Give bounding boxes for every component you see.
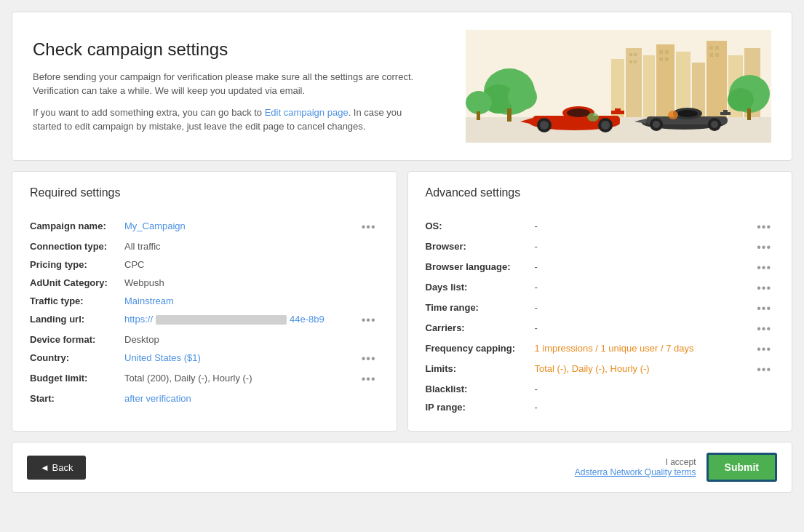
dots-days-list[interactable]: ••• xyxy=(754,282,774,295)
advanced-settings-title: Advanced settings xyxy=(426,186,775,205)
value-os: - xyxy=(535,221,749,231)
svg-rect-28 xyxy=(477,111,480,120)
header-description: Before sending your campaign for verific… xyxy=(33,70,426,98)
value-browser: - xyxy=(535,241,749,252)
svg-rect-11 xyxy=(634,53,637,56)
svg-rect-5 xyxy=(676,52,690,117)
svg-point-35 xyxy=(567,108,590,117)
value-budget-limit: Total (200), Daily (-), Hourly (-) xyxy=(124,373,353,384)
svg-rect-31 xyxy=(747,108,751,120)
label-browser-language: Browser language: xyxy=(426,261,535,272)
setting-frequency-capping: Frequency capping: 1 impressions / 1 uni… xyxy=(426,339,775,360)
svg-rect-20 xyxy=(709,53,713,57)
value-device-format: Desktop xyxy=(124,334,379,345)
value-limits: Total (-), Daily (-), Hourly (-) xyxy=(535,363,749,374)
setting-limits: Limits: Total (-), Daily (-), Hourly (-)… xyxy=(426,360,775,380)
value-time-range: - xyxy=(535,302,749,313)
footer-right: I accept Adsterra Network Quality terms … xyxy=(575,453,777,482)
label-campaign-name: Campaign name: xyxy=(30,221,124,231)
dots-browser-language[interactable]: ••• xyxy=(754,261,774,274)
dots-time-range[interactable]: ••• xyxy=(754,302,774,315)
svg-rect-19 xyxy=(715,46,719,49)
value-connection-type: All traffic xyxy=(124,241,379,252)
value-traffic-type: Mainstream xyxy=(124,295,379,306)
label-ip-range: IP range: xyxy=(426,402,535,413)
value-start: after verification xyxy=(124,393,379,404)
label-start: Start: xyxy=(30,393,124,404)
edit-campaign-link[interactable]: Edit campaign page xyxy=(265,107,349,118)
setting-browser: Browser: - ••• xyxy=(426,237,775,258)
label-traffic-type: Traffic type: xyxy=(30,295,124,306)
svg-rect-3 xyxy=(643,55,655,117)
dots-browser[interactable]: ••• xyxy=(754,241,774,254)
required-settings-title: Required settings xyxy=(30,186,379,205)
svg-rect-16 xyxy=(659,57,663,61)
setting-pricing-type: Pricing type: CPC xyxy=(30,255,379,274)
quality-terms-link[interactable]: Adsterra Network Quality terms xyxy=(575,467,696,477)
setting-time-range: Time range: - ••• xyxy=(426,298,775,319)
label-device-format: Device format: xyxy=(30,334,124,345)
settings-row: Required settings Campaign name: My_Camp… xyxy=(12,171,792,432)
setting-device-format: Device format: Desktop xyxy=(30,330,379,349)
dots-country[interactable]: ••• xyxy=(359,352,379,365)
svg-point-40 xyxy=(540,121,549,130)
setting-connection-type: Connection type: All traffic xyxy=(30,237,379,255)
back-button[interactable]: ◄ Back xyxy=(27,456,86,480)
setting-budget-limit: Budget limit: Total (200), Daily (-), Ho… xyxy=(30,369,379,389)
svg-point-42 xyxy=(601,121,610,130)
svg-point-30 xyxy=(728,88,754,111)
value-adunit-category: Webpush xyxy=(124,277,379,288)
svg-rect-21 xyxy=(715,53,719,57)
label-carriers: Carriers: xyxy=(426,322,535,333)
svg-rect-14 xyxy=(659,50,663,54)
submit-button[interactable]: Submit xyxy=(707,453,777,482)
svg-rect-50 xyxy=(720,112,731,115)
header-illustration xyxy=(466,30,771,143)
svg-point-43 xyxy=(587,113,599,122)
dots-carriers[interactable]: ••• xyxy=(754,322,774,336)
setting-os: OS: - ••• xyxy=(426,217,775,237)
illustration-svg xyxy=(466,30,771,143)
svg-rect-38 xyxy=(611,111,624,114)
svg-rect-10 xyxy=(629,53,632,56)
label-days-list: Days list: xyxy=(426,282,535,293)
dots-budget-limit[interactable]: ••• xyxy=(359,373,379,386)
footer-bar: ◄ Back I accept Adsterra Network Quality… xyxy=(12,442,792,493)
svg-point-54 xyxy=(711,121,718,128)
label-frequency-capping: Frequency capping: xyxy=(426,343,535,354)
setting-country: Country: United States ($1) ••• xyxy=(30,349,379,369)
label-adunit-category: AdUnit Category: xyxy=(30,277,124,288)
setting-campaign-name: Campaign name: My_Campaign ••• xyxy=(30,217,379,237)
setting-landing-url: Landing url: https://44e-8b9 ••• xyxy=(30,310,379,330)
dots-os[interactable]: ••• xyxy=(754,221,774,234)
value-browser-language: - xyxy=(535,261,749,272)
svg-rect-2 xyxy=(626,48,642,117)
label-blacklist: Blacklist: xyxy=(426,384,535,394)
page-title: Check campaign settings xyxy=(33,39,426,60)
advanced-settings-card: Advanced settings OS: - ••• Browser: - •… xyxy=(407,171,793,432)
dots-limits[interactable]: ••• xyxy=(754,363,774,376)
svg-rect-26 xyxy=(507,108,512,122)
setting-traffic-type: Traffic type: Mainstream xyxy=(30,292,379,310)
setting-start: Start: after verification xyxy=(30,389,379,408)
dots-frequency-capping[interactable]: ••• xyxy=(754,343,774,356)
accept-text: I accept Adsterra Network Quality terms xyxy=(575,457,696,477)
dots-campaign-name[interactable]: ••• xyxy=(359,221,379,234)
svg-rect-12 xyxy=(629,60,632,63)
svg-point-47 xyxy=(677,110,698,117)
svg-rect-18 xyxy=(709,46,713,49)
dots-landing-url[interactable]: ••• xyxy=(359,314,379,327)
url-hidden-part xyxy=(156,315,287,325)
svg-rect-37 xyxy=(615,108,621,111)
value-country: United States ($1) xyxy=(124,352,353,363)
svg-rect-7 xyxy=(707,41,727,117)
value-pricing-type: CPC xyxy=(124,259,379,270)
label-connection-type: Connection type: xyxy=(30,241,124,252)
svg-rect-49 xyxy=(723,110,728,112)
setting-ip-range: IP range: - xyxy=(426,398,775,416)
value-carriers: - xyxy=(535,322,749,333)
svg-rect-17 xyxy=(665,57,669,61)
svg-point-55 xyxy=(668,111,678,119)
label-pricing-type: Pricing type: xyxy=(30,259,124,270)
svg-point-27 xyxy=(466,91,492,114)
